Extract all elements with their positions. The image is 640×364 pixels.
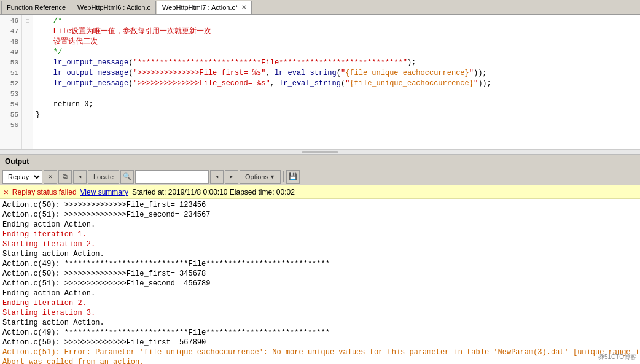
toolbar-separator: [283, 171, 284, 182]
code-line-47: File设置为唯一值，参数每引用一次就更新一次: [36, 26, 638, 37]
output-line: Starting action Action.: [2, 249, 638, 259]
save-button[interactable]: 💾: [286, 170, 300, 184]
tab-close-icon[interactable]: ✕: [241, 4, 246, 10]
output-line-iteration-start-2: Starting iteration 2.: [2, 239, 638, 249]
code-line-52: lr_output_message(">>>>>>>>>>>>>>File_se…: [36, 79, 638, 89]
replay-dropdown[interactable]: Replay: [2, 170, 42, 184]
replay-status-failed: Replay status failed: [12, 188, 77, 196]
search-button[interactable]: 🔍: [120, 170, 134, 184]
output-header: Output: [0, 155, 640, 168]
output-line-iteration-start-3: Starting iteration 3.: [2, 308, 638, 318]
code-line-56: [36, 120, 638, 131]
editor-scrollbar[interactable]: [0, 150, 640, 155]
code-line-46: /*: [36, 16, 638, 26]
status-info-text: Started at: 2019/11/8 0:00:10 Elapsed ti…: [132, 188, 295, 196]
tab-webhttphtml6[interactable]: WebHttpHtml6 : Action.c: [72, 1, 156, 14]
line-indicators: □: [22, 15, 33, 149]
prev-result-button[interactable]: ◂: [210, 170, 224, 184]
code-line-48: 设置迭代三次: [36, 37, 638, 47]
view-summary-link[interactable]: View summary: [80, 188, 128, 196]
scroll-handle: [302, 151, 338, 153]
next-result-button[interactable]: ▸: [225, 170, 238, 184]
tab-bar: Function Reference WebHttpHtml6 : Action…: [0, 0, 640, 15]
output-title: Output: [5, 157, 29, 166]
code-line-49: */: [36, 47, 638, 58]
code-line-50: lr_output_message("*********************…: [36, 58, 638, 68]
locate-button[interactable]: Locate: [88, 170, 119, 184]
search-input[interactable]: [135, 170, 209, 184]
output-line: Action.c(50): >>>>>>>>>>>>>>File_first= …: [2, 200, 638, 210]
output-toolbar: Replay ✕ ⧉ ◂ Locate 🔍 ◂ ▸ Options ▼ 💾: [0, 168, 640, 185]
output-line: Action.c(51): >>>>>>>>>>>>>>File_second=…: [2, 279, 638, 288]
output-line: Action.c(50): >>>>>>>>>>>>>>File_first= …: [2, 269, 638, 279]
output-line: Action.c(50): >>>>>>>>>>>>>>File_first= …: [2, 338, 638, 347]
output-line: Action.c(49): **************************…: [2, 328, 638, 338]
code-line-54: return 0;: [36, 99, 638, 110]
output-line: Ending action Action.: [2, 220, 638, 230]
error-icon: ✕: [4, 187, 9, 197]
watermark: @51CTO博客: [598, 353, 636, 362]
code-line-53: [36, 89, 638, 99]
code-content[interactable]: /* File设置为唯一值，参数每引用一次就更新一次 设置迭代三次 */ lr_…: [33, 15, 640, 149]
copy-button[interactable]: ⧉: [58, 170, 72, 184]
options-button[interactable]: Options ▼: [240, 170, 281, 184]
output-line-error: Action.c(51): Error: Parameter 'file_uni…: [2, 347, 638, 357]
output-line-iteration-end-1: Ending iteration 1.: [2, 230, 638, 239]
output-line: Ending action Action.: [2, 288, 638, 298]
code-line-51: lr_output_message(">>>>>>>>>>>>>>File_fi…: [36, 68, 638, 79]
code-line-55: }: [36, 110, 638, 120]
tab-label: WebHttpHtml6 : Action.c: [77, 4, 150, 11]
code-editor: 46 47 48 49 50 51 52 53 54 55 56 □ /* Fi…: [0, 15, 640, 150]
status-bar: ✕ Replay status failed View summary Star…: [0, 185, 640, 199]
line-numbers: 46 47 48 49 50 51 52 53 54 55 56: [0, 15, 22, 149]
output-line: Action.c(51): >>>>>>>>>>>>>>File_second=…: [2, 210, 638, 220]
tab-label: Function Reference: [7, 4, 66, 11]
output-line: Action.c(49): **************************…: [2, 259, 638, 269]
back-button[interactable]: ◂: [73, 170, 87, 184]
tab-webhttphtml7[interactable]: WebHttpHtml7 : Action.c* ✕: [157, 1, 252, 14]
output-line-iteration-end-2: Ending iteration 2.: [2, 298, 638, 308]
output-panel: Output Replay ✕ ⧉ ◂ Locate 🔍 ◂ ▸ Options…: [0, 155, 640, 364]
tab-function-reference[interactable]: Function Reference: [1, 1, 71, 14]
output-content: Action.c(50): >>>>>>>>>>>>>>File_first= …: [0, 199, 640, 364]
output-line: Starting action Action.: [2, 318, 638, 328]
output-line-error-cont: Abort was called from an action.: [2, 357, 638, 364]
tab-label: WebHttpHtml7 : Action.c*: [162, 4, 238, 11]
clear-button[interactable]: ✕: [44, 170, 57, 184]
